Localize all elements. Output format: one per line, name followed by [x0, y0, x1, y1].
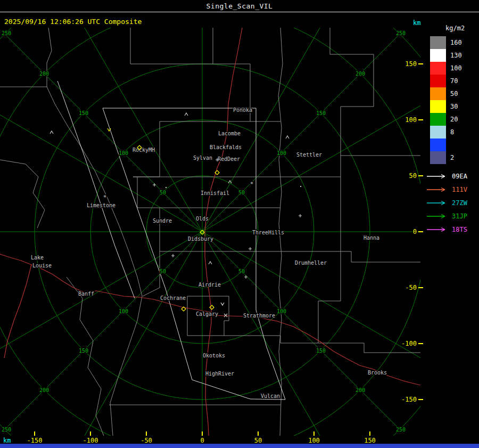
- city-label-ponoka: Ponoka: [233, 107, 252, 113]
- legend-unit-label: kg/m2: [445, 25, 465, 32]
- range-ring-label: 150: [79, 348, 88, 354]
- bottom-axis-tick: [258, 431, 259, 436]
- city-label-innisfail: Innisfail: [201, 190, 229, 196]
- city-label-threehills: ThreeHills: [252, 230, 284, 235]
- bottom-axis-label: -50: [141, 437, 152, 444]
- vil-scale-value: 30: [450, 103, 458, 110]
- map-marker-plus: [171, 254, 175, 257]
- map-marker-vee: [221, 303, 224, 305]
- radar-arrow-icon-27zw: [426, 200, 449, 206]
- map-marker-caret: [286, 136, 289, 139]
- vil-scale-entry: 20: [430, 113, 462, 126]
- azimuth-spoke: [5, 232, 202, 429]
- radar-map-canvas[interactable]: 5050505010010010010015015015015020020020…: [0, 0, 479, 448]
- map-marker-plus: [153, 183, 156, 186]
- vil-scale-value: 70: [450, 77, 458, 85]
- radar-arrow-icon-18ts: [426, 226, 449, 233]
- vil-scale-swatch: [430, 100, 446, 113]
- city-label-lacombe: Lacombe: [218, 131, 241, 136]
- vil-scale-value: 20: [450, 116, 458, 123]
- bottom-axis-label: -100: [83, 437, 98, 444]
- radar-arrow-icon-111v: [426, 186, 449, 193]
- right-axis-label: 0: [413, 228, 417, 235]
- radar-site-id: 31JP: [452, 213, 467, 220]
- scan-sector-outline: [57, 81, 135, 298]
- city-label-banff: Banff: [78, 291, 94, 297]
- map-marker-star: *: [250, 181, 254, 188]
- range-ring-label: 150: [316, 348, 326, 354]
- city-label-airdrie: Airdrie: [199, 282, 221, 288]
- range-ring-label: 250: [396, 427, 406, 433]
- vil-scale-swatch: [430, 36, 446, 49]
- vil-color-scale: 1601301007050302082: [430, 36, 462, 164]
- bottom-axis-label: 50: [254, 437, 262, 444]
- legend-panel: kg/m2 1601301007050302082 09EA111V27ZW31…: [423, 0, 479, 448]
- range-ring-label: 200: [356, 387, 365, 393]
- vil-scale-swatch: [430, 151, 446, 164]
- range-ring-label: 250: [396, 30, 406, 36]
- radar-site-entry: 31JP: [426, 209, 467, 223]
- city-label-strathmore: Strathmore: [243, 313, 275, 319]
- bottom-axis-tick: [369, 431, 370, 436]
- bottom-axis-tick: [313, 431, 315, 436]
- city-label-olds: Olds: [196, 216, 209, 222]
- map-marker-plus: [244, 275, 247, 279]
- city-label-limestone: Limestone: [87, 202, 115, 208]
- radar-site-legend: 09EA111V27ZW31JP18TS: [426, 169, 467, 236]
- vil-scale-value: 2: [450, 154, 454, 161]
- radar-site-entry: 09EA: [426, 169, 467, 183]
- azimuth-spoke: [63, 232, 203, 448]
- bottom-axis-label: 150: [364, 437, 376, 444]
- right-axis-unit-label: km: [413, 19, 420, 27]
- right-axis-label: -150: [401, 396, 417, 403]
- city-label-lake: Lake: [31, 255, 44, 260]
- right-axis-label: -100: [401, 340, 417, 347]
- vil-scale-swatch: [430, 75, 446, 87]
- range-ring-label: 200: [39, 71, 49, 77]
- bottom-axis-tick: [202, 431, 203, 436]
- radar-site-id: 111V: [452, 186, 467, 193]
- vil-scale-value: 50: [450, 90, 458, 97]
- city-label-brooks: Brooks: [368, 370, 387, 376]
- range-ring-label: 50: [238, 190, 245, 196]
- radar-site-entry: 111V: [426, 183, 467, 196]
- city-label-cochrane: Cochrane: [160, 295, 186, 301]
- bottom-axis-unit-label: km: [3, 437, 11, 444]
- right-axis-tick: [418, 175, 423, 176]
- scan-timestamp: 2025/09/16 12:06:26 UTC Composite: [4, 18, 142, 26]
- city-label-reddeer: RedDeer: [218, 156, 240, 162]
- map-marker-plus: [249, 247, 252, 250]
- bottom-axis-label: 100: [308, 437, 320, 444]
- radar-site-id: 27ZW: [452, 199, 467, 207]
- vil-scale-entry: 100: [430, 62, 462, 75]
- vil-scale-swatch: [430, 49, 446, 62]
- map-marker-x: [224, 314, 227, 317]
- range-ring-label: 100: [119, 308, 128, 314]
- vil-scale-value: 160: [450, 39, 462, 46]
- right-axis-tick: [418, 343, 423, 344]
- range-ring-label: 50: [238, 268, 245, 274]
- radar-site-id: 09EA: [452, 173, 467, 180]
- vil-scale-entry: 30: [430, 100, 462, 113]
- city-label-vulcan: Vulcan: [261, 393, 280, 399]
- right-axis-tick: [418, 231, 423, 232]
- vil-scale-entry: [430, 139, 462, 151]
- range-ring-label: 200: [356, 71, 365, 77]
- radar-site-entry: 18TS: [426, 223, 467, 236]
- county-boundary: [0, 160, 45, 228]
- range-ring-label: 250: [2, 30, 11, 36]
- county-boundary: [130, 28, 250, 121]
- city-label-calgary: Calgary: [196, 311, 218, 317]
- range-ring-label: 150: [316, 110, 326, 116]
- map-marker-plus: [299, 214, 302, 217]
- map-marker-diamond: [210, 305, 214, 309]
- map-marker-dot: [166, 187, 167, 188]
- bottom-status-bar: [0, 444, 479, 448]
- city-label-rockymh: RockyMH: [133, 147, 155, 153]
- range-ring-label: 100: [277, 308, 286, 314]
- city-label-didsbury: Didsbury: [188, 236, 213, 242]
- bottom-axis-tick: [90, 431, 91, 436]
- vil-scale-value: 100: [450, 64, 462, 72]
- radar-site-id: 18TS: [452, 226, 467, 233]
- range-ring-label: 100: [119, 150, 128, 156]
